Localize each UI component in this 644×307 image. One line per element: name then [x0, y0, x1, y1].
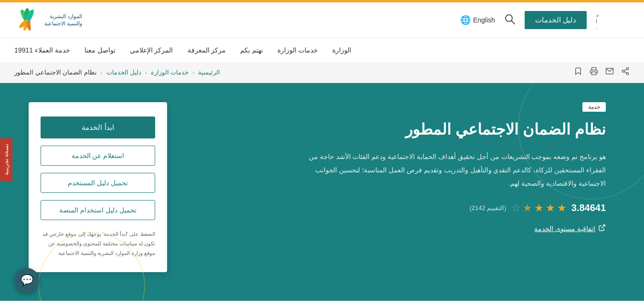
breadcrumb-sep-3: ›	[101, 70, 103, 75]
print-icon[interactable]	[590, 67, 598, 78]
svg-line-15	[624, 69, 626, 71]
svg-point-11	[626, 68, 629, 70]
breadcrumb-ministry-services[interactable]: خدمات الوزارة	[151, 69, 189, 76]
nav-media[interactable]: المركز الإعلامي	[130, 46, 173, 54]
inquiry-button[interactable]: استعلام عن الخدمة	[41, 146, 155, 166]
action-disclaimer: الضغط على 'ابدأ الخدمة' يوجهك إلى موقع خ…	[41, 230, 155, 258]
svg-line-14	[624, 72, 626, 73]
sla-label: اتفاقية مستوى الخدمة	[534, 225, 595, 233]
header: رؤية 2030 المملكة العربية السعودية دليل …	[0, 2, 644, 38]
nav-customer-service[interactable]: خدمة العملاء 19911	[14, 46, 70, 54]
bookmark-icon[interactable]	[574, 67, 582, 78]
platform-guide-button[interactable]: تحميل دليل استخدام المنصة	[41, 200, 155, 220]
breadcrumb-services-guide[interactable]: دليل الخدمات	[106, 69, 142, 76]
svg-rect-17	[592, 72, 596, 75]
services-guide-button[interactable]: دليل الخدمات	[525, 11, 587, 29]
toolbar	[574, 67, 630, 78]
chat-button[interactable]: 💬	[14, 268, 39, 293]
svg-line-4	[511, 21, 515, 24]
search-icon[interactable]	[505, 14, 515, 27]
star-1: ★	[557, 202, 567, 214]
header-right: رؤية 2030 المملكة العربية السعودية دليل …	[460, 7, 630, 33]
nav-care[interactable]: نهتم بكم	[240, 46, 263, 54]
ministry-icon	[14, 7, 41, 33]
rating-count: (التقييم 2142)	[469, 204, 506, 212]
external-link-icon	[598, 224, 606, 233]
share-icon[interactable]	[621, 67, 630, 78]
star-5: ☆	[511, 202, 521, 214]
ministry-name: الموارد البشرية والتنمية الاجتماعية	[44, 13, 82, 28]
beta-tab[interactable]: نسخة تجريبية	[0, 138, 12, 181]
breadcrumb-home[interactable]: الرئيسية	[198, 69, 220, 76]
star-4: ★	[523, 202, 532, 214]
language-button[interactable]: English 🌐	[460, 15, 495, 25]
hero-title: نظام الضمان الاجتماعي المطور	[291, 119, 606, 140]
svg-line-18	[602, 225, 605, 228]
breadcrumb-sep-1: ›	[192, 70, 194, 75]
breadcrumb: الرئيسية › خدمات الوزارة › دليل الخدمات …	[14, 69, 220, 76]
globe-icon: 🌐	[460, 15, 471, 25]
hero-section: خدمة نظام الضمان الاجتماعي المطور هو برن…	[0, 83, 644, 301]
breadcrumb-sep-2: ›	[145, 70, 147, 75]
action-panel: ابدأ الخدمة استعلام عن الخدمة تحميل دليل…	[29, 102, 167, 272]
hero-description: هو برنامج تم وضعه بموجب التشريعات من أجل…	[291, 150, 606, 190]
sla-link[interactable]: اتفاقية مستوى الخدمة	[291, 224, 606, 233]
rating-area: (التقييم 2142) ☆ ★ ★ ★ ★ 3.84641	[291, 202, 606, 214]
user-guide-button[interactable]: تحميل دليل المستخدم	[41, 173, 155, 193]
svg-point-12	[622, 70, 624, 73]
breadcrumb-current: نظام الضمان الاجتماعي المطور	[14, 69, 97, 76]
stars: ☆ ★ ★ ★ ★	[511, 202, 567, 214]
hero-content: خدمة نظام الضمان الاجتماعي المطور هو برن…	[291, 102, 615, 233]
start-service-button[interactable]: ابدأ الخدمة	[41, 116, 155, 138]
vision-2030-icon: رؤية 2030 المملكة العربية السعودية	[596, 7, 630, 33]
breadcrumb-bar: الرئيسية › خدمات الوزارة › دليل الخدمات …	[0, 62, 644, 83]
rating-score: 3.84641	[571, 202, 606, 213]
star-3: ★	[534, 202, 544, 214]
nav-ministry-services[interactable]: خدمات الوزارة	[277, 46, 318, 54]
ministry-logo: الموارد البشرية والتنمية الاجتماعية	[14, 7, 82, 33]
svg-point-13	[626, 73, 629, 75]
svg-text:المملكة العربية السعودية: المملكة العربية السعودية	[596, 28, 597, 31]
nav-knowledge[interactable]: مركز المعرفة	[188, 46, 226, 54]
svg-text:2030: 2030	[596, 16, 597, 26]
nav-ministry[interactable]: الوزارة	[332, 46, 351, 54]
language-label: English	[473, 16, 495, 24]
nav-contact[interactable]: تواصل معنا	[84, 46, 116, 54]
vision-logo: رؤية 2030 المملكة العربية السعودية	[596, 7, 630, 33]
navigation: الوزارة خدمات الوزارة نهتم بكم مركز المع…	[0, 38, 644, 62]
email-icon[interactable]	[605, 67, 614, 78]
service-badge: خدمة	[582, 102, 606, 112]
star-2: ★	[546, 202, 555, 214]
